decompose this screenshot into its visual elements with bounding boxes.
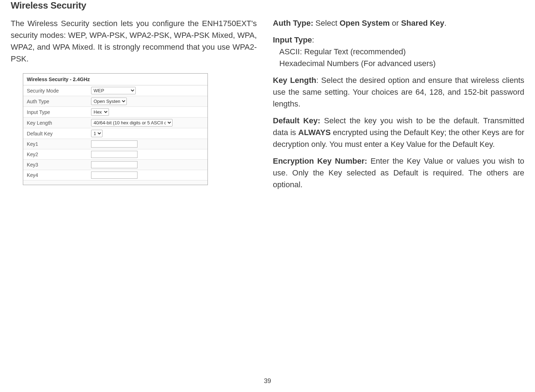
key-length-select[interactable]: 40/64-bit (10 hex digits or 5 ASCII char… [91,119,172,126]
security-mode-row: Security Mode WEP [23,85,208,96]
default-key-select[interactable]: 1 [91,130,102,137]
key-length-term: Key Length [273,76,316,85]
auth-type-paragraph: Auth Type: Select Open System or Shared … [273,17,524,29]
key-length-label: Key Length [27,120,91,126]
key-length-row: Key Length 40/64-bit (10 hex digits or 5… [23,118,208,128]
encryption-key-term: Encryption Key Number: [273,157,367,165]
key1-label: Key1 [27,141,91,147]
input-type-label: Input Type [27,109,91,115]
page-number: 39 [264,377,271,385]
input-type-select[interactable]: Hex [91,108,109,116]
key3-row: Key3 [23,160,208,170]
key4-input[interactable] [91,172,138,179]
security-mode-label: Security Mode [27,88,91,94]
key2-row: Key2 [23,149,208,160]
key2-input[interactable] [91,151,138,158]
input-type-row: Input Type Hex [23,107,208,118]
default-key-paragraph: Default Key: Select the key you wish to … [273,115,524,150]
key3-input[interactable] [91,161,138,168]
input-type-term: Input Type [273,35,312,44]
key2-label: Key2 [27,152,91,157]
key-length-paragraph: Key Length: Select the desired option an… [273,74,524,110]
key3-label: Key3 [27,162,91,168]
auth-type-label: Auth Type [27,99,91,104]
input-type-hex: Hexadecimal Numbers (For advanced users) [273,58,524,69]
auth-type-term: Auth Type: [273,19,313,28]
key4-label: Key4 [27,172,91,178]
security-mode-select[interactable]: WEP [91,87,136,94]
intro-paragraph: The Wireless Security section lets you c… [11,18,257,65]
input-type-paragraph: Input Type: [273,34,524,46]
screenshot-title: Wireless Security - 2.4GHz [23,74,208,85]
input-type-ascii: ASCII: Regular Text (recommended) [273,46,524,58]
default-key-term: Default Key: [273,116,320,125]
default-key-row: Default Key 1 [23,128,208,139]
section-heading: Wireless Security [11,0,257,11]
auth-type-select[interactable]: Open System [91,98,127,105]
key1-input[interactable] [91,140,138,148]
default-key-label: Default Key [27,131,91,137]
key1-row: Key1 [23,139,208,149]
wireless-security-screenshot: Wireless Security - 2.4GHz Security Mode… [23,73,208,185]
auth-type-row: Auth Type Open System [23,96,208,107]
encryption-key-paragraph: Encryption Key Number: Enter the Key Val… [273,155,524,190]
key4-row: Key4 [23,170,208,180]
